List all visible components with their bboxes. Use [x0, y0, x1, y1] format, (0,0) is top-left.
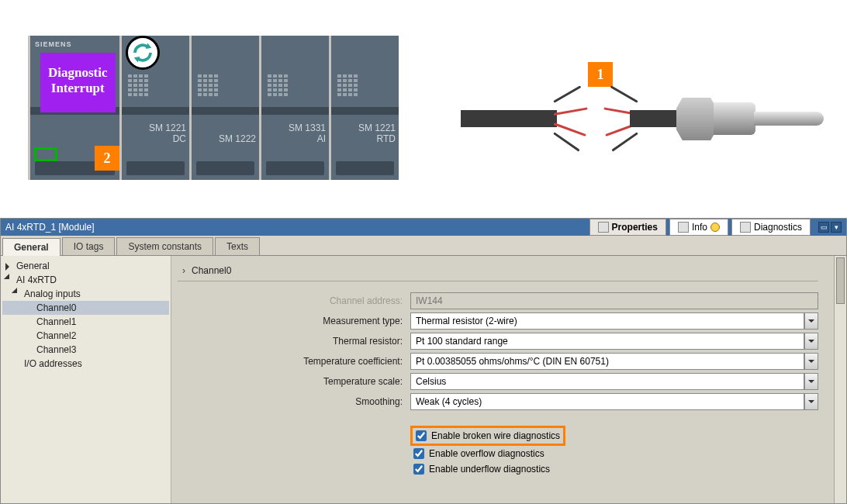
broken-wire-graphic	[461, 96, 825, 166]
thermal-resistor-select[interactable]	[410, 333, 804, 350]
collapse-icon[interactable]: ▾	[831, 222, 842, 233]
enable-broken-wire-label: Enable broken wire diagnostics	[431, 430, 560, 441]
underflow-check-row: Enable underflow diagnostics	[410, 461, 818, 477]
info-badge-icon	[710, 223, 720, 232]
diagnostics-icon	[740, 222, 751, 233]
section-title: Channel0	[178, 264, 818, 281]
channel-address-field	[410, 292, 818, 309]
subtab-general[interactable]: General	[2, 238, 60, 256]
subtab-texts[interactable]: Texts	[215, 237, 260, 255]
chevron-down-icon[interactable]	[804, 312, 818, 330]
smoothing-select[interactable]	[410, 393, 804, 410]
thermal-resistor-label: Thermal resistor:	[178, 336, 410, 347]
module-label: SM 1331 AI	[289, 123, 326, 144]
subtab-system-constants[interactable]: System constants	[116, 237, 213, 255]
temperature-scale-label: Temperature scale:	[178, 376, 410, 387]
tree-channel0[interactable]: Channel0	[2, 301, 169, 315]
tree-analog-inputs[interactable]: Analog inputs	[2, 287, 169, 301]
plc-module: SM 1221 RTD	[329, 36, 399, 180]
callout-2: 2	[95, 146, 119, 171]
window-controls: ▭ ▾	[818, 222, 842, 233]
titlebar: AI 4xRTD_1 [Module] Properties Info Diag…	[1, 219, 846, 236]
smoothing-label: Smoothing:	[178, 396, 410, 407]
plc-module: SM 1331 AI	[259, 36, 329, 180]
overflow-check-row: Enable overflow diagnostics	[410, 446, 818, 461]
channel-address-label: Channel address:	[178, 295, 410, 306]
enable-overflow-label: Enable overflow diagnostics	[429, 448, 544, 459]
tree-module[interactable]: AI 4xRTD	[2, 273, 169, 287]
tree-io-addresses[interactable]: I/O addresses	[2, 357, 169, 371]
nav-tree[interactable]: General AI 4xRTD Analog inputs Channel0 …	[1, 256, 171, 503]
tree-channel3[interactable]: Channel3	[2, 343, 169, 357]
module-label: SM 1221 RTD	[358, 123, 396, 144]
tab-diagnostics[interactable]: Diagnostics	[731, 219, 811, 236]
dock-icon[interactable]: ▭	[818, 222, 829, 233]
enable-underflow-label: Enable underflow diagnostics	[429, 464, 550, 475]
enable-underflow-checkbox[interactable]	[413, 464, 424, 475]
tab-info[interactable]: Info	[669, 219, 728, 236]
measurement-type-label: Measurement type:	[178, 316, 410, 326]
temperature-coefficient-label: Temperature coefficient:	[178, 356, 410, 367]
status-led	[34, 147, 57, 161]
properties-icon	[598, 222, 609, 233]
scrollbar[interactable]	[834, 256, 846, 503]
tree-channel1[interactable]: Channel1	[2, 315, 169, 329]
chevron-down-icon[interactable]	[804, 373, 818, 390]
chevron-down-icon[interactable]	[804, 353, 818, 370]
enable-overflow-checkbox[interactable]	[413, 448, 424, 459]
module-label: SM 1221 DC	[149, 123, 186, 144]
tab-properties[interactable]: Properties	[589, 219, 666, 236]
chevron-down-icon[interactable]	[804, 393, 818, 410]
broken-wire-check-row: Enable broken wire diagnostics	[410, 426, 565, 446]
enable-broken-wire-checkbox[interactable]	[416, 430, 427, 441]
plc-module: SM 1221 DC	[119, 36, 189, 180]
properties-window: AI 4xRTD_1 [Module] Properties Info Diag…	[0, 218, 847, 504]
module-label: SM 1222	[219, 133, 256, 144]
chevron-down-icon[interactable]	[804, 333, 818, 350]
form-area: Channel0 Channel address: Measurement ty…	[171, 256, 846, 503]
subtabs: General IO tags System constants Texts	[1, 236, 846, 256]
temperature-coefficient-select[interactable]	[410, 353, 804, 370]
subtab-io-tags[interactable]: IO tags	[62, 237, 116, 255]
temperature-scale-select[interactable]	[410, 373, 804, 390]
plc-rack: SIEMENS SM 1221 DC SM 1222 SM 1331 AI SM…	[28, 36, 399, 180]
tree-general[interactable]: General	[2, 259, 169, 273]
scrollbar-thumb[interactable]	[836, 257, 845, 304]
window-title: AI 4xRTD_1 [Module]	[5, 222, 95, 233]
tree-channel2[interactable]: Channel2	[2, 329, 169, 343]
device-illustration: SIEMENS SM 1221 DC SM 1222 SM 1331 AI SM…	[0, 0, 847, 183]
brand-label: SIEMENS	[35, 40, 72, 48]
info-icon	[678, 222, 689, 233]
measurement-type-select[interactable]	[410, 312, 804, 330]
callout-1: 1	[588, 62, 613, 87]
rtd-probe	[676, 96, 824, 143]
plc-module: SM 1222	[189, 36, 259, 180]
